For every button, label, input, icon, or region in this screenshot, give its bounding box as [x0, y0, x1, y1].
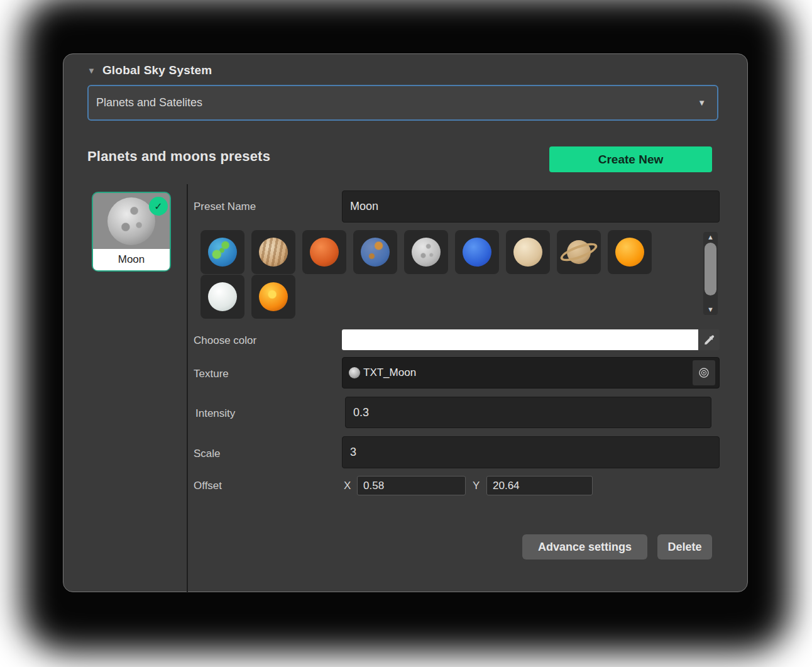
offset-y-field-wrap — [486, 476, 593, 495]
earth-icon — [208, 238, 237, 267]
ice-icon — [208, 282, 237, 311]
planet-grid-scrollbar: ▲ ▼ — [703, 232, 718, 315]
venus-icon — [513, 238, 542, 267]
preset-name-input[interactable] — [343, 191, 719, 222]
scroll-up-icon[interactable]: ▲ — [707, 232, 714, 243]
target-picker-icon — [698, 367, 710, 379]
offset-x-label: X — [344, 477, 351, 495]
color-picker-field[interactable] — [342, 329, 720, 350]
texture-asset-name: TXT_Moon — [363, 367, 416, 379]
planet-swatch-moon[interactable] — [404, 230, 448, 274]
sky-mode-dropdown[interactable]: Planets and Satelites ▼ — [87, 85, 718, 121]
foldout-arrow-icon: ▼ — [87, 67, 96, 75]
intensity-input[interactable] — [346, 397, 711, 427]
sun-orange-icon — [615, 238, 644, 267]
preset-name-field-wrap — [342, 190, 720, 223]
vertical-divider — [187, 184, 188, 593]
moon-thumbnail-icon — [107, 197, 155, 245]
color-swatch-white[interactable] — [342, 329, 698, 350]
scale-input[interactable] — [343, 437, 719, 468]
planet-swatch-sun-fire[interactable] — [251, 275, 295, 319]
advance-settings-button[interactable]: Advance settings — [522, 534, 647, 560]
offset-label: Offset — [194, 477, 222, 495]
moon-icon — [412, 238, 441, 267]
texture-thumbnail-icon — [349, 367, 360, 378]
neptune-icon — [463, 238, 491, 267]
texture-label: Texture — [194, 358, 229, 390]
planet-swatch-saturn[interactable] — [557, 230, 601, 274]
screenshot-stage: ▼ Global Sky System Planets and Satelite… — [0, 0, 812, 667]
planet-swatch-mars[interactable] — [302, 230, 346, 274]
saturn-icon — [567, 240, 591, 264]
offset-y-label: Y — [473, 477, 480, 495]
component-title: Global Sky System — [102, 63, 212, 77]
offset-x-input[interactable] — [358, 477, 465, 495]
selected-check-icon: ✓ — [149, 197, 168, 216]
offset-y-input[interactable] — [487, 477, 592, 495]
eyedropper-button[interactable] — [698, 329, 720, 350]
scale-label: Scale — [194, 438, 221, 470]
chevron-down-icon: ▼ — [698, 98, 706, 107]
mars-icon — [310, 238, 339, 267]
object-picker-button[interactable] — [693, 360, 715, 385]
global-sky-system-panel: ▼ Global Sky System Planets and Satelite… — [63, 53, 748, 592]
preset-name-label: Preset Name — [194, 191, 256, 223]
planet-swatch-dusty-blue[interactable] — [353, 230, 397, 274]
planet-grid — [200, 230, 652, 319]
delete-button[interactable]: Delete — [657, 534, 712, 560]
planet-swatch-neptune[interactable] — [455, 230, 499, 274]
choose-color-label: Choose color — [194, 331, 256, 351]
dusty-blue-icon — [361, 238, 390, 267]
planet-swatch-earth[interactable] — [200, 230, 244, 274]
eyedropper-icon — [703, 334, 715, 346]
planet-swatch-venus[interactable] — [506, 230, 550, 274]
scroll-down-icon[interactable]: ▼ — [707, 304, 714, 315]
planet-swatch-ice[interactable] — [200, 275, 244, 319]
component-foldout[interactable]: ▼ Global Sky System — [87, 63, 212, 77]
preset-card-label: Moon — [93, 249, 170, 270]
intensity-field-wrap — [345, 397, 711, 428]
jupiter-icon — [259, 238, 288, 267]
create-new-button[interactable]: Create New — [549, 146, 712, 172]
preset-card-moon[interactable]: Moon ✓ — [92, 192, 171, 272]
planet-swatch-sun-orange[interactable] — [608, 230, 652, 274]
sun-fire-icon — [259, 282, 288, 311]
scale-field-wrap — [342, 436, 720, 468]
texture-object-field[interactable]: TXT_Moon — [342, 357, 720, 389]
intensity-label: Intensity — [195, 398, 235, 429]
dropdown-selected-value: Planets and Satelites — [96, 96, 202, 109]
section-heading: Planets and moons presets — [87, 148, 270, 165]
offset-x-field-wrap — [357, 476, 466, 495]
scrollbar-thumb[interactable] — [705, 243, 716, 295]
planet-swatch-jupiter[interactable] — [251, 230, 295, 274]
